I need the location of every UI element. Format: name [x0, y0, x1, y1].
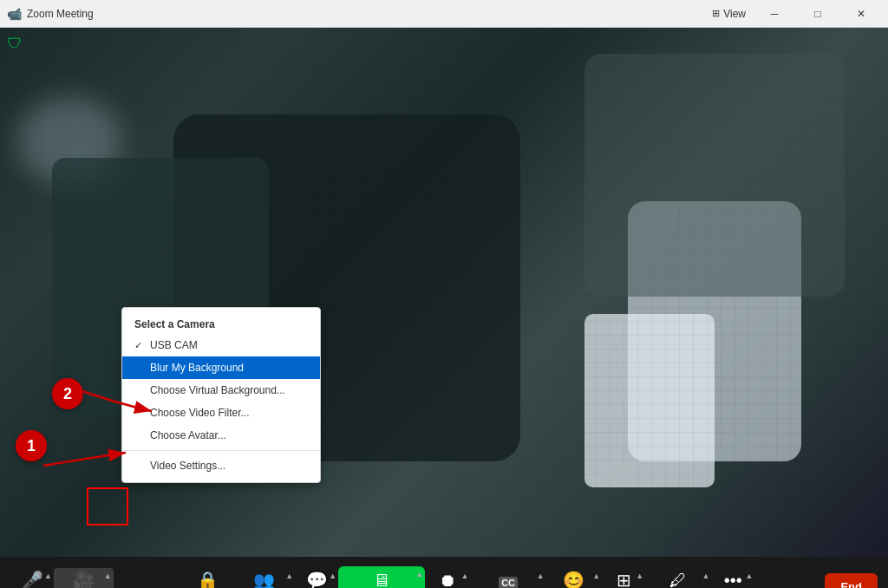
participants-arrow[interactable]: ▲ — [285, 572, 293, 580]
record-arrow[interactable]: ▲ — [461, 572, 469, 580]
menu-item-label: Choose Virtual Background... — [150, 384, 285, 396]
bg-blob-right — [584, 54, 845, 297]
shield-icon: 🔒 — [197, 572, 219, 588]
video-area: 🛡 Select a Camera ✓ USB CAM Blur My Back… — [0, 28, 888, 557]
more-arrow[interactable]: ▲ — [745, 572, 753, 580]
chat-arrow[interactable]: ▲ — [329, 572, 336, 580]
view-icon: ⊞ — [712, 8, 720, 19]
annotation-circle-2: 2 — [52, 378, 83, 409]
menu-item-label: USB CAM — [150, 339, 198, 351]
app-title: Zoom Meeting — [27, 8, 94, 20]
titlebar-left: 📹 Zoom Meeting — [7, 7, 94, 21]
menu-header: Select a Camera — [122, 313, 320, 334]
whiteboard-icon: 🖊 — [669, 572, 687, 588]
reactions-icon: 😊 — [563, 572, 584, 588]
annotation-circle-1: 1 — [16, 430, 47, 461]
share-arrow[interactable]: ▲ — [415, 570, 423, 578]
video-arrow[interactable]: ▲ — [104, 572, 112, 580]
security-shield-badge: 🛡 — [7, 35, 26, 54]
whiteboards-arrow[interactable]: ▲ — [702, 572, 709, 580]
minimize-button[interactable]: ─ — [754, 0, 794, 28]
chat-icon: 💬 — [306, 572, 328, 588]
captions-icon: CC — [499, 572, 518, 588]
toolbar-right-group: End — [825, 573, 878, 589]
toolbar-left-group: 🎤 Mute ▲ 🎥 Stop Video ▲ — [10, 568, 114, 588]
security-button[interactable]: 🔒 Security — [184, 568, 232, 588]
chat-button[interactable]: 💬 Chat ▲ — [295, 568, 338, 588]
titlebar: 📹 Zoom Meeting ⊞ View ─ □ ✕ — [0, 0, 888, 28]
share-screen-button[interactable]: 🖥 Share Screen ▲ — [338, 566, 425, 589]
menu-item-usb-cam[interactable]: ✓ USB CAM — [122, 334, 320, 356]
reactions-button[interactable]: 😊 Reactions ▲ — [546, 568, 602, 588]
mute-button[interactable]: 🎤 Mute ▲ — [10, 568, 54, 588]
view-button[interactable]: ⊞ View — [707, 6, 751, 22]
menu-item-label: Choose Avatar... — [150, 429, 226, 441]
share-icon: 🖥 — [373, 572, 390, 589]
captions-button[interactable]: CC Show Captions ▲ — [470, 568, 545, 588]
more-button[interactable]: ••• More ▲ — [711, 568, 754, 588]
more-icon: ••• — [724, 572, 742, 588]
menu-divider — [122, 450, 320, 451]
close-button[interactable]: ✕ — [841, 0, 881, 28]
check-icon: ✓ — [134, 340, 145, 351]
reactions-arrow[interactable]: ▲ — [592, 572, 600, 580]
participants-icon: 👥 — [253, 572, 275, 588]
apps-button[interactable]: ⊞ Apps ▲ — [602, 568, 645, 588]
restore-button[interactable]: □ — [798, 0, 838, 28]
toolbar-center-group: 🔒 Security 👥 Participants ▲ 💬 Chat ▲ 🖥 S… — [184, 566, 755, 589]
menu-item-label: Video Settings... — [150, 460, 225, 472]
menu-item-label: Choose Video Filter... — [150, 407, 250, 419]
participants-button[interactable]: 👥 Participants ▲ — [232, 568, 295, 588]
record-button[interactable]: ⏺ Record ▲ — [425, 568, 470, 588]
app-icon: 📹 — [7, 7, 22, 21]
whiteboards-button[interactable]: 🖊 Whiteboards ▲ — [645, 568, 711, 588]
mic-icon: 🎤 — [22, 572, 43, 588]
video-icon: 🎥 — [73, 572, 95, 588]
menu-item-video-settings[interactable]: Video Settings... — [122, 454, 320, 477]
stop-video-button[interactable]: 🎥 Stop Video ▲ — [54, 568, 114, 588]
menu-item-label: Blur My Background — [150, 362, 244, 374]
apps-arrow[interactable]: ▲ — [636, 572, 643, 580]
bottom-toolbar: 🎤 Mute ▲ 🎥 Stop Video ▲ 🔒 Security 👥 Par… — [0, 557, 888, 588]
record-icon: ⏺ — [439, 572, 456, 588]
end-button[interactable]: End — [825, 573, 878, 589]
captions-arrow[interactable]: ▲ — [537, 572, 545, 580]
view-label: View — [723, 8, 746, 20]
apps-icon: ⊞ — [617, 572, 631, 588]
mute-arrow[interactable]: ▲ — [44, 572, 52, 580]
